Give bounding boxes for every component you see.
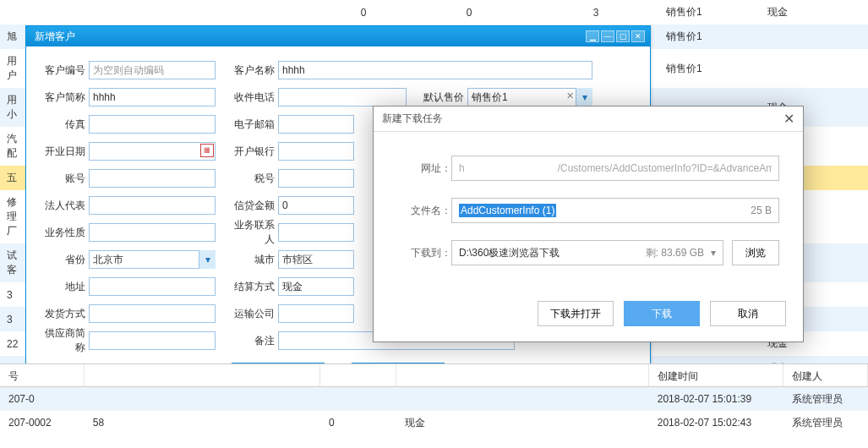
city-input[interactable] <box>278 250 354 269</box>
clear-icon[interactable]: ✕ <box>566 90 574 101</box>
save-path-select[interactable]: D:\360极速浏览器下载 剩: 83.69 GB ▾ <box>451 240 723 265</box>
download-cancel-button[interactable]: 取消 <box>710 301 786 326</box>
ship-input[interactable] <box>89 304 216 323</box>
customer-code-input[interactable] <box>89 61 216 79</box>
label-remark: 备注 <box>229 334 278 348</box>
label-name: 客户名称 <box>229 63 278 78</box>
legal-input[interactable] <box>89 196 216 215</box>
filename-input[interactable]: AddCustomerInfo (1) 25 B <box>451 198 779 223</box>
label-saveto: 下载到： <box>404 246 451 260</box>
label-defprice: 默认售价 <box>407 90 467 105</box>
label-contact: 业务联系人 <box>229 218 278 247</box>
biz-input[interactable] <box>89 223 216 242</box>
maximize-icon[interactable]: ▢ <box>616 30 630 42</box>
address-input[interactable] <box>89 277 216 296</box>
selected-filename: AddCustomerInfo (1) <box>459 204 556 217</box>
label-code: 客户编号 <box>40 63 89 78</box>
save-path-text: D:\360极速浏览器下载 <box>459 246 560 260</box>
label-supplier: 供应商简称 <box>40 326 89 355</box>
col-code[interactable]: 号 <box>0 364 85 386</box>
label-prov: 省份 <box>40 253 89 267</box>
label-legal: 法人代表 <box>40 199 89 213</box>
label-credit: 信贷金额 <box>229 199 278 213</box>
disk-remaining: 剩: 83.69 GB <box>646 246 704 260</box>
label-biz: 业务性质 <box>40 226 89 240</box>
label-rcvtel: 收件电话 <box>229 90 278 105</box>
download-and-open-button[interactable]: 下载并打开 <box>538 301 614 326</box>
label-ship: 发货方式 <box>40 307 89 321</box>
label-trans: 运输公司 <box>229 307 278 321</box>
settle-input[interactable] <box>278 277 354 296</box>
col-creator[interactable]: 创建人 <box>783 364 868 386</box>
table-row[interactable]: 207-0 2018-02-07 15:01:39 系统管理员 <box>0 387 868 411</box>
transport-input[interactable] <box>278 304 354 323</box>
dialog-titlebar[interactable]: 新增客户 ▁ — ▢ ✕ <box>26 26 650 46</box>
col-time[interactable]: 创建时间 <box>649 364 784 386</box>
label-url: 网址： <box>404 161 451 176</box>
chevron-down-icon: ▾ <box>711 247 716 259</box>
bank-input[interactable] <box>278 142 354 161</box>
grid-header: 号 创建时间 创建人 <box>0 363 868 387</box>
label-email: 电子邮箱 <box>229 117 278 132</box>
close-icon[interactable]: ✕ <box>631 30 645 42</box>
customer-name-input[interactable] <box>278 61 592 79</box>
taxno-input[interactable] <box>278 169 354 188</box>
open-date-input[interactable] <box>89 142 216 161</box>
label-addr: 地址 <box>40 280 89 294</box>
download-task-dialog: 新建下载任务 ✕ 网址： 文件名： AddCustomerInfo (1) 25… <box>373 106 804 342</box>
contact-input[interactable] <box>278 223 354 242</box>
label-fax: 传真 <box>40 117 89 132</box>
fax-input[interactable] <box>89 115 216 134</box>
label-settle: 结算方式 <box>229 280 278 294</box>
label-taxno: 税号 <box>229 172 278 186</box>
close-icon[interactable]: ✕ <box>783 111 794 127</box>
credit-input[interactable] <box>278 196 354 215</box>
browse-button[interactable]: 浏览 <box>732 240 779 265</box>
table-row[interactable]: 207-0002 58 0 现金 2018-02-07 15:02:43 系统管… <box>0 411 868 434</box>
label-opendate: 开业日期 <box>40 145 89 159</box>
file-size: 25 B <box>751 205 772 216</box>
label-acct: 账号 <box>40 172 89 186</box>
customer-short-input[interactable] <box>89 88 216 107</box>
email-input[interactable] <box>278 115 354 134</box>
label-filename: 文件名： <box>404 204 451 218</box>
supplier-input[interactable] <box>89 331 216 350</box>
receive-phone-input[interactable] <box>278 88 407 107</box>
province-select[interactable] <box>89 250 216 269</box>
label-city: 城市 <box>229 253 278 267</box>
minimize-icon[interactable]: — <box>601 30 614 42</box>
download-button[interactable]: 下载 <box>624 301 700 326</box>
dialog-title: 新增客户 <box>35 26 75 46</box>
url-input[interactable] <box>451 156 779 181</box>
label-short: 客户简称 <box>40 90 89 105</box>
collapse-icon[interactable]: ▁ <box>586 30 599 42</box>
label-bank: 开户银行 <box>229 145 278 159</box>
download-dialog-title: 新建下载任务 <box>382 112 443 126</box>
grid-body: 207-0 2018-02-07 15:01:39 系统管理员 207-0002… <box>0 387 868 434</box>
account-input[interactable] <box>89 169 216 188</box>
